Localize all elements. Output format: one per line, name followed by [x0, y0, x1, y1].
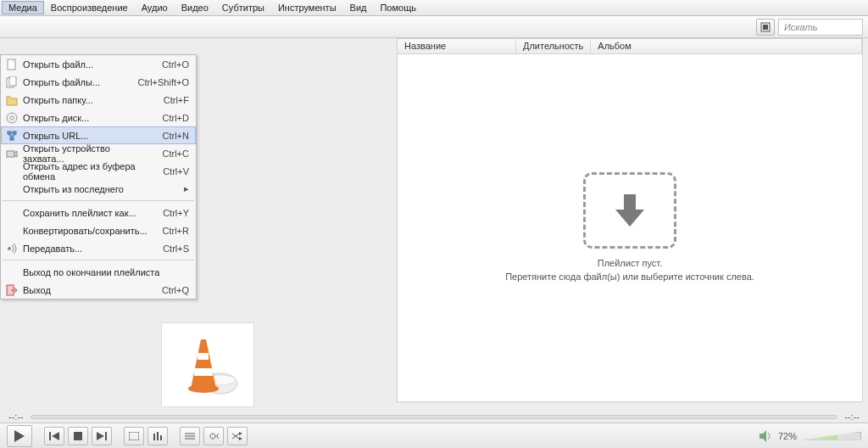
col-duration[interactable]: Длительность	[516, 39, 591, 53]
svg-rect-29	[49, 432, 51, 440]
menu-item-shortcut: Ctrl+D	[163, 113, 189, 123]
menu-item-7[interactable]: Открыть из последнего	[1, 180, 196, 198]
menu-item-shortcut: Ctrl+F	[164, 95, 189, 105]
media-dropdown: Открыть файл...Ctrl+OОткрыть файлы...Ctr…	[0, 54, 197, 300]
svg-rect-31	[74, 432, 82, 440]
svg-marker-41	[239, 432, 242, 435]
view-toggle-button[interactable]	[756, 19, 775, 36]
svg-rect-25	[194, 368, 213, 376]
svg-point-26	[188, 384, 219, 393]
speaker-icon[interactable]	[760, 430, 773, 442]
fullscreen-button[interactable]	[124, 427, 144, 445]
vlc-logo	[161, 322, 254, 407]
playlist-button[interactable]	[180, 427, 200, 445]
col-title[interactable]: Название	[398, 39, 516, 53]
menu-item-shortcut: Ctrl+N	[163, 131, 189, 141]
menu-item-6[interactable]: Открыть адрес из буфера обменаCtrl+V	[1, 162, 196, 180]
playlist-body[interactable]: Плейлист пуст. Перетяните сюда файл(ы) и…	[398, 54, 862, 401]
menu-tools[interactable]: Инструменты	[271, 1, 343, 14]
seekbar: --:-- --:--	[0, 411, 868, 423]
menu-item-3[interactable]: Открыть диск...Ctrl+D	[1, 109, 196, 126]
menu-item-label: Выход	[23, 285, 152, 295]
file-icon	[4, 58, 19, 71]
menu-item-label: Открыть URL...	[23, 131, 153, 141]
menu-item-label: Открыть из последнего	[23, 184, 184, 194]
empty-hint: Перетяните сюда файл(ы) или выберите ист…	[505, 271, 754, 283]
files-icon	[4, 76, 19, 89]
prev-button[interactable]	[44, 427, 64, 445]
stop-button[interactable]	[68, 427, 88, 445]
menu-item-shortcut: Ctrl+S	[163, 244, 189, 254]
cone-icon	[174, 331, 242, 399]
menu-video[interactable]: Видео	[175, 1, 215, 14]
svg-rect-36	[157, 432, 159, 440]
svg-marker-27	[615, 194, 644, 227]
controls-bar: 72%	[0, 423, 868, 448]
loop-button[interactable]	[203, 427, 224, 445]
playlist-empty-text: Плейлист пуст. Перетяните сюда файл(ы) и…	[505, 257, 754, 283]
ext-settings-button[interactable]	[147, 427, 168, 445]
menu-item-shortcut: Ctrl+O	[162, 59, 189, 70]
menu-item-14[interactable]: ВыходCtrl+Q	[1, 281, 196, 299]
menu-item-shortcut: Ctrl+R	[163, 226, 189, 236]
menu-item-5[interactable]: Открыть устройство захвата...Ctrl+C	[1, 144, 196, 162]
capture-icon	[4, 147, 19, 160]
svg-point-7	[10, 116, 14, 120]
blank-icon	[4, 224, 19, 238]
menu-item-label: Открыть файл...	[23, 59, 152, 70]
menu-view[interactable]: Вид	[343, 1, 374, 14]
menu-item-0[interactable]: Открыть файл...Ctrl+O	[1, 55, 196, 73]
menu-item-10[interactable]: Конвертировать/сохранить...Ctrl+R	[1, 221, 196, 239]
svg-rect-33	[105, 432, 107, 440]
volume-slider[interactable]	[802, 432, 861, 440]
next-button[interactable]	[92, 427, 112, 445]
menu-item-shortcut: Ctrl+Shift+O	[137, 77, 189, 87]
svg-marker-32	[97, 432, 104, 440]
svg-rect-34	[129, 432, 139, 440]
menu-media[interactable]: Медиа	[2, 1, 44, 14]
svg-rect-1	[763, 25, 768, 30]
menu-item-4[interactable]: Открыть URL...Ctrl+N	[1, 126, 196, 144]
svg-marker-30	[52, 432, 59, 440]
menu-item-label: Выход по окончании плейлиста	[23, 267, 189, 277]
drop-target-icon	[583, 172, 676, 249]
svg-rect-9	[13, 132, 16, 134]
menu-playback[interactable]: Воспроизведение	[44, 1, 135, 14]
menu-item-shortcut: Ctrl+Q	[162, 285, 189, 295]
menu-help[interactable]: Помощь	[373, 1, 423, 14]
playlist-header: Название Длительность Альбом	[398, 39, 862, 54]
folder-icon	[4, 93, 19, 107]
svg-marker-23	[191, 339, 216, 389]
play-button[interactable]	[7, 425, 32, 447]
playlist-panel: Название Длительность Альбом Плейлист пу…	[397, 38, 863, 402]
svg-marker-43	[760, 430, 766, 442]
svg-rect-5	[9, 76, 16, 86]
menu-item-11[interactable]: Передавать...Ctrl+S	[1, 239, 196, 257]
svg-point-13	[8, 247, 11, 250]
search-input[interactable]: Искать	[778, 19, 863, 36]
svg-rect-35	[153, 434, 155, 440]
menu-item-2[interactable]: Открыть папку...Ctrl+F	[1, 91, 196, 109]
seek-slider[interactable]	[31, 415, 838, 419]
stop-icon	[74, 432, 82, 440]
svg-rect-11	[7, 151, 14, 157]
menu-item-shortcut: Ctrl+V	[163, 166, 189, 176]
blank-icon	[4, 165, 19, 178]
main-area: Название Длительность Альбом Плейлист пу…	[161, 38, 868, 411]
menu-item-1[interactable]: Открыть файлы...Ctrl+Shift+O	[1, 73, 196, 91]
menu-item-9[interactable]: Сохранить плейлист как...Ctrl+Y	[1, 204, 196, 221]
col-album[interactable]: Альбом	[591, 39, 862, 53]
volume-label: 72%	[778, 431, 797, 441]
menu-item-label: Открыть папку...	[23, 95, 153, 105]
grid-icon	[760, 22, 771, 32]
skip-back-icon	[49, 432, 59, 440]
toolbar: Искать	[0, 16, 868, 38]
shuffle-button[interactable]	[227, 427, 248, 445]
volume-area: 72%	[760, 430, 861, 442]
menu-audio[interactable]: Аудио	[135, 1, 175, 14]
menu-item-13[interactable]: Выход по окончании плейлиста	[1, 263, 196, 281]
shuffle-icon	[232, 432, 242, 440]
svg-marker-42	[239, 437, 242, 440]
menu-item-label: Открыть адрес из буфера обмена	[23, 161, 153, 182]
menu-subtitles[interactable]: Субтитры	[215, 1, 271, 14]
